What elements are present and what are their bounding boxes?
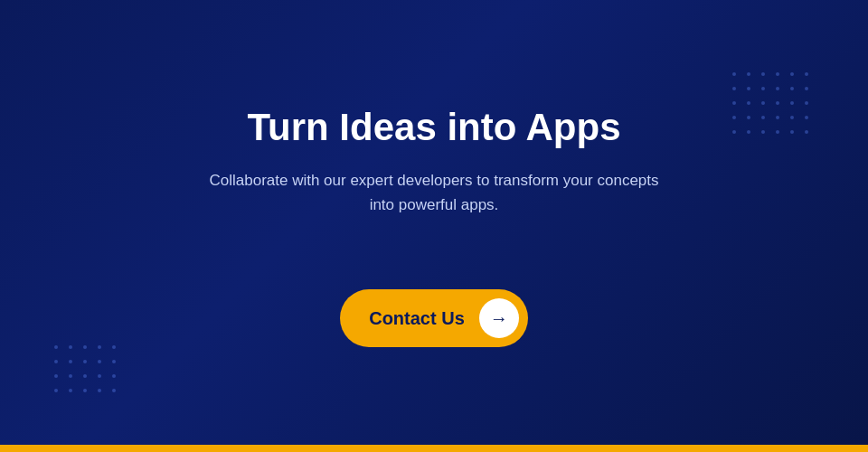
contact-us-button[interactable]: Contact Us →: [340, 289, 528, 347]
gold-bottom-bar: [0, 445, 868, 452]
hero-section: Turn Ideas into Apps Collaborate with ou…: [0, 0, 868, 452]
dot-pattern-bottom-left: [54, 345, 121, 398]
hero-subtitle: Collaborate with our expert developers t…: [199, 168, 669, 217]
dot-pattern-top-right: [732, 72, 814, 139]
hero-content: Turn Ideas into Apps Collaborate with ou…: [199, 105, 669, 348]
contact-us-label: Contact Us: [369, 308, 465, 329]
arrow-right-icon: →: [490, 309, 508, 327]
arrow-circle: →: [479, 298, 519, 338]
hero-title: Turn Ideas into Apps: [247, 105, 620, 150]
